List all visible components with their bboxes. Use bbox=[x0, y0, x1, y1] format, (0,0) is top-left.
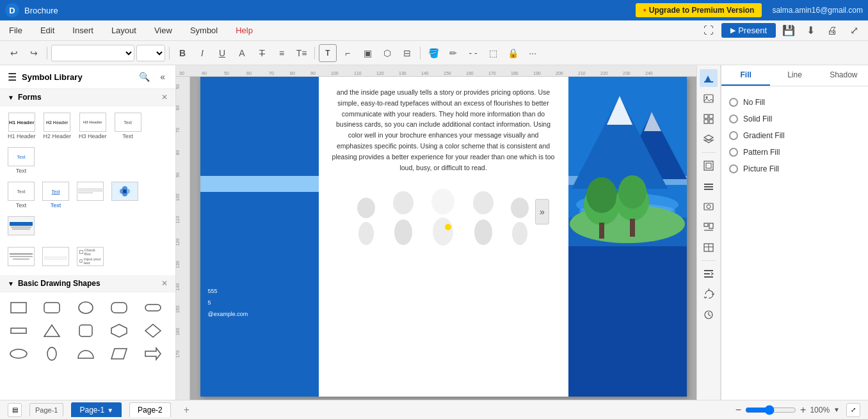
fill-option-gradient[interactable]: Gradient Fill bbox=[729, 127, 860, 144]
shape-rounded-square[interactable] bbox=[72, 320, 99, 341]
stack-tool-button[interactable] bbox=[700, 177, 718, 195]
text-box-button[interactable]: T bbox=[319, 44, 337, 62]
lock-button[interactable]: 🔒 bbox=[504, 44, 522, 62]
sidebar-search-icon[interactable]: 🔍 bbox=[136, 70, 152, 83]
fullscreen-icon[interactable]: ⛶ bbox=[700, 22, 718, 40]
menu-insert[interactable]: Insert bbox=[68, 23, 97, 38]
more-button[interactable]: ··· bbox=[524, 44, 542, 62]
fill-tool-button[interactable] bbox=[700, 69, 718, 87]
page-preview-button[interactable]: ▤ bbox=[8, 403, 22, 417]
shape-diamond[interactable] bbox=[140, 320, 166, 341]
font-color-button[interactable]: A bbox=[233, 44, 251, 62]
form-h2-header[interactable]: H2 Header H2 Header bbox=[41, 110, 74, 142]
shapes-section-header[interactable]: ▼ Basic Drawing Shapes ✕ bbox=[0, 275, 175, 292]
page-tab-2[interactable]: Page-2 bbox=[129, 402, 171, 417]
shape-rounded-rect[interactable] bbox=[38, 297, 65, 318]
fill-option-pattern[interactable]: Pattern Fill bbox=[729, 144, 860, 161]
align-button[interactable]: ≡ bbox=[273, 44, 291, 62]
text-wrap-tool-button[interactable] bbox=[700, 265, 718, 283]
canvas-area[interactable]: 30 40 50 60 70 80 90 100 110 120 130 140… bbox=[176, 65, 696, 400]
menu-view[interactable]: View bbox=[150, 23, 176, 38]
font-family-select[interactable] bbox=[51, 45, 134, 61]
shape-hexagon[interactable] bbox=[106, 320, 133, 341]
form-text-1[interactable]: Text Text bbox=[112, 110, 144, 142]
form-template-lines[interactable] bbox=[5, 244, 37, 270]
shape-parallelogram[interactable] bbox=[106, 344, 133, 364]
form-checkbox[interactable]: Check Box Input your text bbox=[74, 244, 106, 270]
table-tool-button[interactable] bbox=[700, 239, 718, 257]
tab-fill[interactable]: Fill bbox=[721, 65, 770, 86]
shape-tool-button[interactable]: ⌐ bbox=[339, 44, 357, 62]
shape-circle[interactable] bbox=[72, 297, 99, 318]
fill-color-button[interactable]: 🪣 bbox=[424, 44, 442, 62]
shape-arrow-right[interactable] bbox=[140, 344, 166, 364]
menu-layout[interactable]: Layout bbox=[108, 23, 140, 38]
shape-oval-v[interactable] bbox=[38, 344, 65, 364]
menu-symbol[interactable]: Symbol bbox=[186, 23, 221, 38]
page-tab-inactive-1[interactable]: Page-1 bbox=[29, 403, 63, 416]
menu-help[interactable]: Help bbox=[232, 23, 257, 38]
form-template-invoice[interactable] bbox=[40, 244, 72, 270]
shapes-section-close[interactable]: ✕ bbox=[161, 279, 168, 288]
strikethrough-button[interactable]: T̶ bbox=[253, 44, 271, 62]
italic-button[interactable]: I bbox=[193, 44, 211, 62]
font-size-select[interactable] bbox=[136, 45, 165, 61]
shape-rect-small[interactable] bbox=[5, 320, 32, 341]
arrange-button[interactable]: ⊟ bbox=[398, 44, 416, 62]
forms-section-header[interactable]: ▼ Forms ✕ bbox=[0, 89, 175, 106]
fill-option-picture[interactable]: Picture Fill bbox=[729, 161, 860, 177]
replace-tool-button[interactable] bbox=[700, 285, 718, 303]
sidebar-collapse-icon[interactable]: « bbox=[157, 70, 168, 83]
form-h3-header[interactable]: H3 Header H3 Header bbox=[76, 110, 109, 142]
bold-button[interactable]: B bbox=[173, 44, 191, 62]
form-lines-template[interactable] bbox=[74, 179, 106, 211]
group-button[interactable]: ⬡ bbox=[378, 44, 396, 62]
redo-button[interactable]: ↪ bbox=[25, 44, 43, 62]
history-tool-button[interactable] bbox=[700, 306, 718, 324]
layer-tool-button[interactable] bbox=[700, 130, 718, 148]
page-tab-dropdown[interactable]: ▼ bbox=[107, 407, 113, 414]
share-icon[interactable]: ⤢ bbox=[845, 22, 863, 40]
add-page-button[interactable]: + bbox=[179, 402, 195, 418]
save-icon[interactable]: 💾 bbox=[780, 22, 798, 40]
print-icon[interactable]: 🖨 bbox=[823, 22, 841, 40]
frame-button[interactable]: ▣ bbox=[358, 44, 376, 62]
present-button[interactable]: ▶ Present bbox=[721, 23, 776, 38]
upgrade-button[interactable]: Upgrade to Premium Version bbox=[636, 3, 762, 17]
tab-shadow[interactable]: Shadow bbox=[819, 65, 868, 86]
text-style-button[interactable]: T≡ bbox=[293, 44, 310, 62]
shape-semicircle[interactable] bbox=[72, 344, 99, 364]
fill-option-none[interactable]: No Fill bbox=[729, 94, 860, 111]
undo-button[interactable]: ↩ bbox=[5, 44, 23, 62]
zoom-slider[interactable] bbox=[745, 405, 796, 415]
underline-button[interactable]: U bbox=[213, 44, 231, 62]
shape-rounded-rect2[interactable] bbox=[106, 297, 133, 318]
shape-triangle[interactable] bbox=[38, 320, 65, 341]
crop-button[interactable]: ⬚ bbox=[484, 44, 502, 62]
form-text-2[interactable]: Text Text bbox=[5, 145, 37, 177]
grid-tool-button[interactable] bbox=[700, 110, 718, 128]
form-flower-icon[interactable] bbox=[109, 179, 141, 211]
zoom-minus-icon[interactable]: − bbox=[735, 404, 741, 416]
shape-oval-h[interactable] bbox=[5, 344, 32, 364]
frame-tool-button[interactable] bbox=[700, 157, 718, 175]
fullscreen-expand-button[interactable]: ⤢ bbox=[846, 403, 860, 417]
form-h1-header[interactable]: H1 Header H1 Header bbox=[5, 110, 38, 142]
image-tool-button[interactable] bbox=[700, 90, 718, 107]
download-icon[interactable]: ⬇ bbox=[801, 22, 819, 40]
page-tab-active[interactable]: Page-1 ▼ bbox=[71, 402, 122, 417]
shape-pill[interactable] bbox=[140, 297, 166, 318]
photo-tool-button[interactable] bbox=[700, 198, 718, 216]
tab-line[interactable]: Line bbox=[770, 65, 819, 86]
zoom-dropdown-icon[interactable]: ▼ bbox=[833, 406, 840, 413]
menu-file[interactable]: File bbox=[5, 23, 26, 38]
line-style-button[interactable]: - - bbox=[464, 44, 482, 62]
pen-button[interactable]: ✏ bbox=[444, 44, 462, 62]
form-text-plain[interactable]: Text Text bbox=[5, 179, 37, 211]
forms-section-close[interactable]: ✕ bbox=[161, 93, 168, 102]
zoom-plus-icon[interactable]: + bbox=[800, 404, 806, 416]
shape-square[interactable] bbox=[5, 297, 32, 318]
fill-option-solid[interactable]: Solid Fill bbox=[729, 111, 860, 127]
align-tool-button[interactable] bbox=[700, 218, 718, 236]
form-text-link[interactable]: Text Text bbox=[40, 179, 72, 211]
